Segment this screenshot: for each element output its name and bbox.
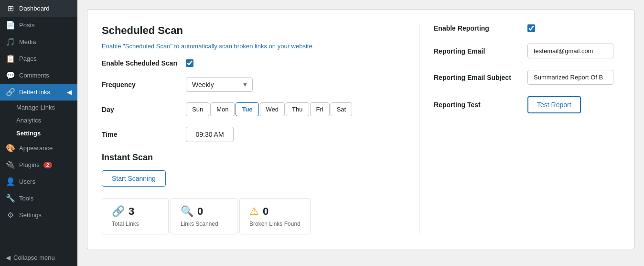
sidebar-sub-label: Manage Links (16, 104, 55, 111)
appearance-icon: 🎨 (6, 144, 15, 153)
sidebar-item-dashboard[interactable]: ⊞ Dashboard (0, 0, 77, 17)
betterlinks-submenu: Manage Links Analytics Settings (0, 100, 77, 140)
sidebar-item-users[interactable]: 👤 Users (0, 173, 77, 190)
stat-top-scanned: 🔍 0 (181, 205, 203, 218)
stat-total-links: 🔗 3 Total Links (102, 198, 169, 234)
sidebar-item-label: BetterLinks (19, 89, 50, 96)
enable-scheduled-label: Enable Scheduled Scan (102, 59, 178, 67)
reporting-email-label: Reporting Email (434, 47, 520, 55)
sidebar-item-label: Pages (19, 55, 37, 62)
time-label: Time (102, 131, 178, 138)
sidebar-sub-settings[interactable]: Settings (0, 127, 77, 140)
links-scanned-value: 0 (197, 205, 203, 218)
frequency-row: Frequency Daily Weekly Monthly ▼ (102, 78, 409, 92)
sidebar-item-label: Comments (19, 72, 49, 79)
sidebar-item-appearance[interactable]: 🎨 Appearance (0, 140, 77, 156)
links-icon: 🔗 (112, 205, 125, 218)
sidebar-sub-manage-links[interactable]: Manage Links (0, 101, 77, 114)
collapse-icon: ◀ (6, 254, 11, 261)
enable-scheduled-checkbox[interactable] (186, 59, 193, 67)
media-icon: 🎵 (6, 37, 15, 46)
reporting-subject-row: Reporting Email Subject (434, 70, 620, 85)
reporting-test-label: Reporting Test (434, 101, 520, 109)
search-icon: 🔍 (181, 205, 193, 218)
sidebar-item-media[interactable]: 🎵 Media (0, 33, 77, 50)
sidebar-item-label: Media (19, 38, 36, 45)
sidebar-item-label: Plugins (19, 161, 40, 168)
settings-icon: ⚙ (6, 211, 15, 220)
day-buttons-group: Sun Mon Tue Wed Thu Fri Sat (186, 102, 352, 116)
sidebar-sub-label: Settings (16, 130, 41, 137)
stat-top-broken: ⚠ 0 (249, 205, 268, 218)
broken-links-label: Broken Links Found (249, 221, 301, 227)
day-row: Day Sun Mon Tue Wed Thu Fri Sat (102, 102, 409, 116)
sidebar-item-label: Appearance (19, 144, 53, 152)
day-fri[interactable]: Fri (310, 102, 330, 116)
reporting-email-row: Reporting Email (434, 44, 620, 58)
reporting-email-input[interactable] (527, 44, 613, 58)
sidebar-item-posts[interactable]: 📄 Posts (0, 17, 77, 33)
sidebar-sub-analytics[interactable]: Analytics (0, 114, 77, 127)
sidebar-item-label: Settings (19, 211, 42, 219)
frequency-label: Frequency (102, 81, 178, 89)
day-sun[interactable]: Sun (186, 102, 209, 116)
time-row: Time 09:30 AM (102, 127, 409, 142)
tools-icon: 🔧 (6, 194, 15, 203)
comments-icon: 💬 (6, 71, 15, 80)
sidebar-item-betterlinks[interactable]: 🔗 BetterLinks ◀ (0, 84, 77, 100)
instant-scan-title: Instant Scan (102, 153, 409, 163)
total-links-value: 3 (129, 205, 134, 218)
day-sat[interactable]: Sat (331, 102, 353, 116)
test-report-button[interactable]: Test Report (527, 96, 581, 113)
sidebar-item-plugins[interactable]: 🔌 Plugins 2 (0, 156, 77, 173)
day-label: Day (102, 106, 178, 113)
chevron-right-icon: ◀ (67, 89, 72, 96)
frequency-select[interactable]: Daily Weekly Monthly (186, 78, 253, 92)
collapse-menu-button[interactable]: ◀ Collapse menu (0, 249, 77, 266)
enable-scheduled-scan-row: Enable Scheduled Scan (102, 59, 409, 67)
sidebar-item-comments[interactable]: 💬 Comments (0, 67, 77, 84)
betterlinks-icon: 🔗 (6, 88, 15, 97)
reporting-subject-label: Reporting Email Subject (434, 74, 520, 81)
right-panel: Enable Reporting Reporting Email Reporti… (419, 24, 620, 234)
enable-reporting-row: Enable Reporting (434, 24, 620, 32)
stat-broken-links: ⚠ 0 Broken Links Found (239, 198, 311, 234)
day-thu[interactable]: Thu (286, 102, 309, 116)
stat-links-scanned: 🔍 0 Links Scanned (171, 198, 237, 234)
warning-icon: ⚠ (249, 205, 259, 218)
links-scanned-label: Links Scanned (181, 221, 218, 227)
time-value[interactable]: 09:30 AM (186, 127, 234, 142)
enable-reporting-checkbox[interactable] (527, 24, 535, 32)
stats-row: 🔗 3 Total Links 🔍 0 Links Scanned ⚠ 0 (102, 198, 409, 234)
collapse-menu-label: Collapse menu (13, 254, 55, 261)
sidebar-item-label: Posts (19, 22, 35, 29)
day-mon[interactable]: Mon (210, 102, 235, 116)
frequency-dropdown-wrapper: Daily Weekly Monthly ▼ (186, 78, 253, 92)
sidebar-item-label: Users (19, 178, 35, 185)
sidebar: ⊞ Dashboard 📄 Posts 🎵 Media 📋 Pages 💬 Co… (0, 0, 77, 266)
sidebar-item-pages[interactable]: 📋 Pages (0, 50, 77, 67)
sidebar-item-tools[interactable]: 🔧 Tools (0, 190, 77, 207)
reporting-subject-input[interactable] (527, 70, 613, 85)
total-links-label: Total Links (112, 221, 139, 227)
posts-icon: 📄 (6, 21, 15, 30)
broken-links-value: 0 (263, 205, 268, 218)
main-content: Scheduled Scan Enable "Scheduled Scan" t… (77, 0, 644, 266)
day-tue[interactable]: Tue (236, 102, 258, 116)
users-icon: 👤 (6, 177, 15, 186)
content-wrapper: Scheduled Scan Enable "Scheduled Scan" t… (87, 10, 634, 249)
start-scanning-button[interactable]: Start Scanning (102, 170, 166, 187)
day-wed[interactable]: Wed (260, 102, 285, 116)
enable-reporting-label: Enable Reporting (434, 24, 520, 32)
scheduled-scan-hint: Enable "Scheduled Scan" to automatically… (102, 43, 409, 50)
sidebar-item-settings[interactable]: ⚙ Settings (0, 207, 77, 223)
sidebar-item-label: Tools (19, 195, 33, 202)
scheduled-scan-title: Scheduled Scan (102, 24, 409, 37)
plugins-icon: 🔌 (6, 160, 15, 169)
left-panel: Scheduled Scan Enable "Scheduled Scan" t… (102, 24, 409, 234)
plugins-badge: 2 (43, 162, 52, 168)
sidebar-item-label: Dashboard (19, 5, 50, 12)
reporting-test-row: Reporting Test Test Report (434, 96, 620, 113)
stat-top-links: 🔗 3 (112, 205, 134, 218)
sidebar-sub-label: Analytics (16, 117, 41, 124)
